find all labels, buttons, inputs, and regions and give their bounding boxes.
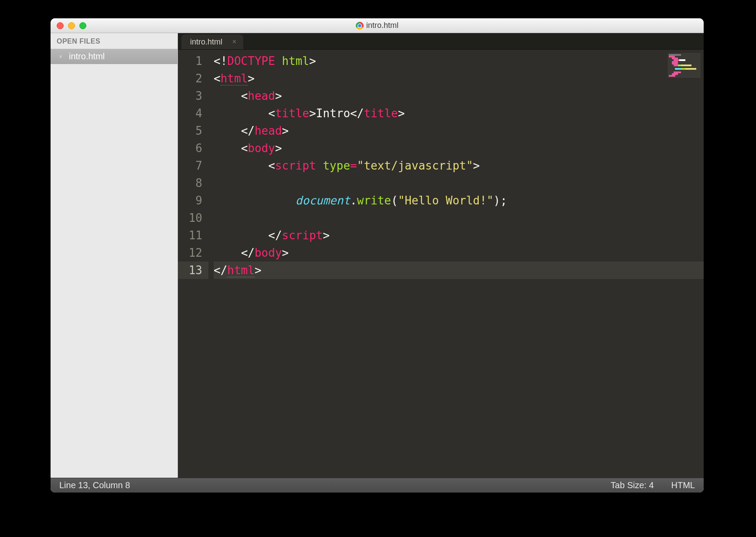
code-line[interactable]: <script type="text/javascript">	[214, 157, 704, 174]
tab-size[interactable]: Tab Size: 4	[602, 480, 663, 490]
code-line[interactable]: <html>	[214, 70, 704, 87]
file-type-icon	[356, 22, 364, 30]
line-number: 12	[178, 244, 208, 262]
code-line[interactable]: </script>	[214, 227, 704, 244]
editor-pane: intro.html × 12345678910111213 <!DOCTYPE…	[178, 33, 704, 478]
minimize-icon[interactable]	[68, 22, 75, 29]
line-number: 13	[178, 262, 208, 279]
window-title: intro.html	[51, 21, 704, 30]
open-file-label: intro.html	[69, 51, 105, 61]
syntax-mode[interactable]: HTML	[663, 480, 695, 490]
line-number: 11	[178, 227, 208, 244]
close-icon[interactable]	[57, 22, 64, 29]
line-number: 5	[178, 122, 208, 139]
zoom-icon[interactable]	[79, 22, 86, 29]
tab-label: intro.html	[190, 37, 222, 47]
line-number: 7	[178, 157, 208, 174]
line-number: 8	[178, 174, 208, 192]
code-area[interactable]: 12345678910111213 <!DOCTYPE html><html> …	[178, 50, 704, 478]
tab-bar: intro.html ×	[178, 33, 704, 50]
cursor-position[interactable]: Line 13, Column 8	[59, 480, 139, 490]
code-line[interactable]: document.write("Hello World!");	[214, 192, 704, 209]
line-number: 3	[178, 87, 208, 105]
tab-intro[interactable]: intro.html ×	[181, 34, 243, 49]
code-line[interactable]: <!DOCTYPE html>	[214, 52, 704, 70]
titlebar: intro.html	[51, 18, 704, 33]
code-line[interactable]: </body>	[214, 244, 704, 262]
line-number: 1	[178, 52, 208, 70]
code-line[interactable]: <head>	[214, 87, 704, 105]
line-number-gutter: 12345678910111213	[178, 50, 208, 478]
code-editor[interactable]: <!DOCTYPE html><html> <head> <title>Intr…	[208, 50, 704, 478]
line-number: 9	[178, 192, 208, 209]
line-number: 6	[178, 139, 208, 157]
code-line[interactable]	[214, 174, 704, 192]
window-controls	[51, 22, 86, 29]
code-line[interactable]: <title>Intro</title>	[214, 105, 704, 122]
code-line[interactable]: </html>	[214, 262, 704, 279]
code-line[interactable]	[214, 209, 704, 227]
line-number: 4	[178, 105, 208, 122]
minimap[interactable]	[667, 52, 701, 78]
window-title-text: intro.html	[366, 21, 398, 30]
tab-close-icon[interactable]: ×	[232, 38, 236, 46]
sidebar: OPEN FILES × intro.html	[51, 33, 178, 478]
sidebar-header: OPEN FILES	[51, 33, 177, 49]
code-line[interactable]: </head>	[214, 122, 704, 139]
app-body: OPEN FILES × intro.html intro.html × 123…	[51, 33, 704, 478]
app-window: intro.html OPEN FILES × intro.html intro…	[51, 18, 704, 493]
status-bar: Line 13, Column 8 Tab Size: 4 HTML	[51, 478, 704, 493]
open-file-item[interactable]: × intro.html	[51, 49, 177, 64]
code-line[interactable]: <body>	[214, 139, 704, 157]
line-number: 2	[178, 70, 208, 87]
line-number: 10	[178, 209, 208, 227]
close-file-icon[interactable]: ×	[57, 53, 65, 61]
